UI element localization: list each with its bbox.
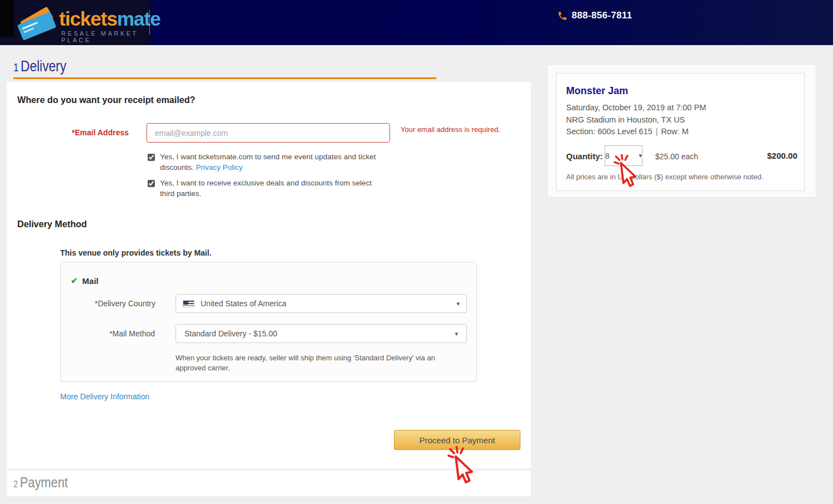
privacy-policy-link[interactable]: Privacy Policy bbox=[196, 163, 243, 172]
chevron-down-icon: ▾ bbox=[456, 300, 460, 307]
header-dark-strip bbox=[0, 0, 14, 37]
payment-step-label: Payment bbox=[20, 474, 68, 491]
support-phone[interactable]: 888-856-7811 bbox=[557, 8, 632, 23]
price-note: All prices are in US Dollars ($) except … bbox=[566, 173, 795, 181]
mail-method-name: Mail bbox=[82, 276, 99, 286]
venue-note: This venue only provides tickets by Mail… bbox=[60, 248, 212, 257]
event-datetime: Saturday, October 19, 2019 at 7:00 PM bbox=[566, 103, 795, 112]
quantity-value: 8 bbox=[605, 151, 610, 160]
ticketsmate-logo[interactable]: ticketsmate RESALE MARKET PLACE bbox=[17, 4, 153, 40]
delivery-step-number: 1 bbox=[13, 61, 18, 74]
chevron-down-icon: ▾ bbox=[455, 330, 458, 337]
event-section: Section: 600s Level 615 bbox=[566, 127, 652, 136]
tickets-logo-icon bbox=[17, 8, 60, 38]
brand-mate-text: mate bbox=[117, 8, 160, 30]
brand-tagline: RESALE MARKET PLACE bbox=[61, 30, 153, 43]
delivery-step-underline bbox=[13, 77, 436, 79]
payment-step-number: 2 bbox=[13, 479, 18, 490]
section-row-divider: | bbox=[652, 127, 661, 136]
event-section-row: Section: 600s Level 615|Row: M bbox=[566, 127, 795, 136]
delivery-step-label: Delivery bbox=[21, 58, 66, 75]
shipping-help-text: When your tickets are ready, seller will… bbox=[176, 353, 442, 374]
payment-panel-collapsed bbox=[7, 471, 531, 496]
event-row: Row: M bbox=[661, 127, 689, 136]
optin-thirdparty-label: Yes, I want to receive exclusive deals a… bbox=[160, 178, 384, 199]
delivery-step-heading: 1 Delivery bbox=[13, 58, 76, 75]
delivery-country-label: *Delivery Country bbox=[77, 299, 155, 308]
chevron-down-icon: ▾ bbox=[639, 152, 642, 159]
email-section-heading: Where do you want your receipt emailed? bbox=[17, 95, 204, 106]
mail-method-label: *Mail Method bbox=[77, 329, 155, 338]
email-error-message: Your email address is required. bbox=[401, 125, 500, 134]
brand-tickets-text: tickets bbox=[59, 8, 117, 30]
mail-method-value: Standard Delivery - $15.00 bbox=[184, 329, 277, 338]
optin-thirdparty-checkbox[interactable] bbox=[148, 180, 155, 187]
brand-wordmark: ticketsmate bbox=[59, 9, 160, 28]
email-label: *Email Address bbox=[56, 128, 129, 137]
event-title: Monster Jam bbox=[566, 85, 631, 97]
unit-price: $25.00 each bbox=[655, 152, 698, 161]
delivery-country-select[interactable]: United States of America ▾ bbox=[176, 294, 467, 313]
event-venue: NRG Stadium in Houston, TX US bbox=[566, 115, 795, 124]
optin-updates-checkbox[interactable] bbox=[148, 154, 155, 161]
site-header: ticketsmate RESALE MARKET PLACE 888-856-… bbox=[0, 0, 833, 45]
quantity-select[interactable]: 8 ▾ bbox=[605, 145, 642, 166]
total-price: $200.00 bbox=[724, 151, 797, 160]
delivery-country-value: United States of America bbox=[201, 299, 286, 308]
mail-method-selected: ✔ Mail bbox=[71, 276, 99, 286]
phone-number: 888-856-7811 bbox=[572, 10, 632, 21]
quantity-label: Quantity: bbox=[566, 151, 603, 161]
checkout-page: ticketsmate RESALE MARKET PLACE 888-856-… bbox=[0, 0, 833, 504]
phone-icon bbox=[557, 11, 568, 21]
proceed-to-payment-button[interactable]: Proceed to Payment bbox=[394, 430, 520, 450]
optin-updates-label: Yes, I want ticketsmate.com to send me e… bbox=[160, 152, 384, 173]
header-divider bbox=[149, 10, 150, 35]
email-input[interactable] bbox=[147, 123, 390, 143]
check-icon: ✔ bbox=[71, 276, 78, 286]
payment-step-heading: 2 Payment bbox=[13, 474, 79, 491]
more-delivery-info-link[interactable]: More Delivery Information bbox=[60, 392, 149, 401]
mail-method-select[interactable]: Standard Delivery - $15.00 ▾ bbox=[176, 324, 467, 343]
section-divider-line bbox=[7, 500, 531, 500]
us-flag-icon bbox=[183, 300, 194, 307]
delivery-method-heading: Delivery Method bbox=[17, 219, 90, 230]
optin-updates-text: Yes, I want ticketsmate.com to send me e… bbox=[160, 153, 376, 172]
